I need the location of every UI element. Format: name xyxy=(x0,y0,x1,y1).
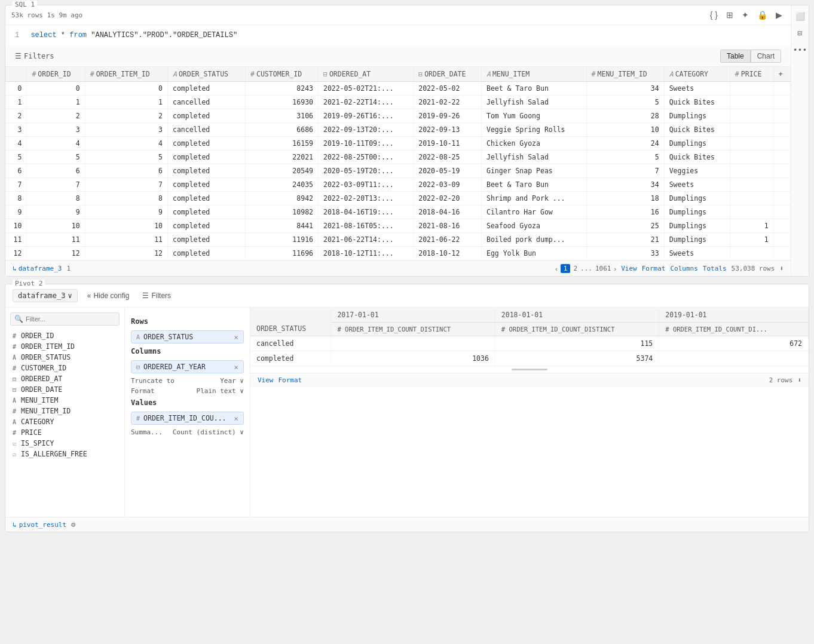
sql-line-num: 1 xyxy=(15,31,19,39)
values-field-tag: # ORDER_ITEM_ID_COU... × xyxy=(131,412,244,425)
right-panel: ⬜ ⊟ ••• xyxy=(791,5,809,276)
field-item[interactable]: #CUSTOMER_ID xyxy=(10,363,120,373)
table-row: 1 1 1 cancelled 16930 2021-02-22T14:... … xyxy=(5,96,791,109)
format-link[interactable]: Format xyxy=(642,265,666,272)
pivot-table-row: cancelled 115 672 xyxy=(250,336,809,351)
columns-field-type-icon: ⊟ xyxy=(136,364,140,370)
pivot-view-link[interactable]: View xyxy=(258,376,274,384)
filters-bar: ☰ Filters Table Chart xyxy=(5,46,791,67)
next-page-btn[interactable]: › xyxy=(614,265,616,272)
col-header-price[interactable]: PRICE xyxy=(730,67,773,82)
field-item[interactable]: #MENU_ITEM_ID xyxy=(10,406,120,416)
table-row: 11 11 11 completed 11916 2021-06-22T14:.… xyxy=(5,233,791,247)
pivot-result-footer: ↳ pivot_result ⚙ xyxy=(5,517,809,532)
col-header-menu-item[interactable]: MENU_ITEM xyxy=(481,67,586,82)
field-item[interactable]: AMENU_ITEM xyxy=(10,395,120,406)
pivot-result: ORDER_STATUS 2017-01-01 2018-01-01 2019-… xyxy=(250,308,809,517)
field-item[interactable]: ☑IS_SPICY xyxy=(10,438,120,449)
columns-link[interactable]: Columns xyxy=(670,265,697,272)
table-row: 10 10 10 completed 8441 2021-08-16T05:..… xyxy=(5,219,791,233)
table-row: 5 5 5 completed 22021 2022-08-25T00:... … xyxy=(5,151,791,164)
field-item[interactable]: ACATEGORY xyxy=(10,416,120,427)
field-filter-input[interactable] xyxy=(26,315,115,323)
panel-icon-1[interactable]: ⬜ xyxy=(794,10,806,22)
chart-toggle-btn[interactable]: Chart xyxy=(751,50,781,63)
values-title: Values xyxy=(131,398,244,407)
pivot-format-link[interactable]: Format xyxy=(279,376,302,384)
columns-title: Columns xyxy=(131,347,244,355)
format-row: Format Plain text ∨ xyxy=(131,387,244,395)
field-item[interactable]: #ORDER_ITEM_ID xyxy=(10,341,120,352)
table-row: 8 8 8 completed 8942 2022-02-20T13:... 2… xyxy=(5,192,791,206)
field-item[interactable]: ☑IS_ALLERGEN_FREE xyxy=(10,449,120,459)
table-row: 3 3 3 cancelled 6686 2022-09-13T20:... 2… xyxy=(5,123,791,137)
run-btn[interactable]: ▶ xyxy=(773,9,785,21)
page-actions: View Format Columns Totals 53,038 rows ⬇ xyxy=(621,265,784,272)
dataframe-link[interactable]: ↳ dataframe_3 xyxy=(13,265,62,272)
pivot-body: 🔍 #ORDER_ID#ORDER_ITEM_IDAORDER_STATUS#C… xyxy=(5,308,809,517)
table-row: 2 2 2 completed 3106 2019-09-26T16:... 2… xyxy=(5,109,791,123)
table-row: 6 6 6 completed 20549 2020-05-19T20:... … xyxy=(5,164,791,178)
truncate-row: Truncate to Year ∨ xyxy=(131,377,244,385)
pivot-settings-icon[interactable]: ⚙ xyxy=(71,520,75,529)
pivot-label: Pivot 2 xyxy=(13,280,45,287)
pivot-table-row: completed 1036 5374 xyxy=(250,351,809,366)
table-toggle-btn[interactable]: Table xyxy=(720,50,751,63)
pivot-sub-col-2017[interactable]: # ORDER_ITEM_ID_COUNT_DISTINCT xyxy=(331,323,495,336)
columns-field-remove[interactable]: × xyxy=(234,363,238,371)
pivot-sub-col-2018[interactable]: # ORDER_ITEM_ID_COUNT_DISTINCT xyxy=(495,323,659,336)
table-row: 7 7 7 completed 24035 2022-03-09T11:... … xyxy=(5,178,791,192)
hide-config-btn[interactable]: « Hide config xyxy=(84,290,133,302)
grid-btn[interactable]: ⊞ xyxy=(724,9,736,21)
rows-field-tag: A ORDER_STATUS × xyxy=(131,330,244,344)
config-area: Rows A ORDER_STATUS × Columns ⊟ ORDERED_… xyxy=(125,308,250,517)
truncate-select[interactable]: Year ∨ xyxy=(220,377,244,385)
format-select[interactable]: Plain text ∨ xyxy=(197,387,244,395)
pivot-filters-btn[interactable]: ☰ Filters xyxy=(139,290,175,302)
pivot-table: ORDER_STATUS 2017-01-01 2018-01-01 2019-… xyxy=(250,308,809,366)
col-header-order-status[interactable]: ORDER_STATUS xyxy=(167,67,245,82)
summary-select[interactable]: Count (distinct) ∨ xyxy=(173,428,244,436)
pivot-result-link[interactable]: ↳ pivot_result xyxy=(13,521,66,529)
col-header-order-id[interactable]: ORDER_ID xyxy=(27,67,85,82)
format-json-btn[interactable]: { } xyxy=(708,9,720,21)
values-field-type-icon: # xyxy=(136,415,140,422)
view-link[interactable]: View xyxy=(621,265,637,272)
current-page[interactable]: 1 xyxy=(561,264,571,273)
field-item[interactable]: ⊟ORDERED_AT xyxy=(10,373,120,384)
col-header-add[interactable]: + xyxy=(773,67,790,82)
sql-code-area: 1 select * from "ANALYTICS"."PROD"."ORDE… xyxy=(5,25,791,46)
pivot-toolbar: dataframe_3 ∨ « Hide config ☰ Filters xyxy=(5,284,809,308)
col-header-rownum xyxy=(5,67,27,82)
col-header-menu-item-id[interactable]: MENU_ITEM_ID xyxy=(586,67,664,82)
panel-icon-2[interactable]: ⊟ xyxy=(794,27,806,39)
field-filter-wrap: 🔍 xyxy=(10,312,120,326)
rows-field-remove[interactable]: × xyxy=(234,333,238,341)
field-item[interactable]: #PRICE xyxy=(10,427,120,438)
values-field-remove[interactable]: × xyxy=(234,415,238,422)
pivot-date-2017-header: 2017-01-01 xyxy=(331,308,495,323)
pivot-date-2019-header: 2019-01-01 xyxy=(659,308,809,323)
panel-icon-3[interactable]: ••• xyxy=(794,44,806,56)
fields-sidebar: 🔍 #ORDER_ID#ORDER_ITEM_IDAORDER_STATUS#C… xyxy=(5,308,125,517)
field-item[interactable]: AORDER_STATUS xyxy=(10,352,120,363)
col-header-order-item-id[interactable]: ORDER_ITEM_ID xyxy=(85,67,167,82)
totals-link[interactable]: Totals xyxy=(703,265,727,272)
field-item[interactable]: ⊟ORDER_DATE xyxy=(10,384,120,395)
col-header-customer-id[interactable]: CUSTOMER_ID xyxy=(246,67,319,82)
pivot-sub-col-2019[interactable]: # ORDER_ITEM_ID_COUNT_DI... xyxy=(659,323,809,336)
col-header-ordered-at[interactable]: ORDERED_AT xyxy=(318,67,413,82)
pivot-col-status[interactable]: ORDER_STATUS xyxy=(250,308,331,336)
col-header-order-date[interactable]: ORDER_DATE xyxy=(414,67,482,82)
lock-btn[interactable]: 🔒 xyxy=(755,9,770,21)
df-selector[interactable]: dataframe_3 ∨ xyxy=(13,289,78,302)
field-item[interactable]: #ORDER_ID xyxy=(10,330,120,341)
table-row: 9 9 9 completed 10982 2018-04-16T19:... … xyxy=(5,206,791,219)
table-row: 0 0 0 completed 8243 2022-05-02T21:... 2… xyxy=(5,82,791,96)
pivot-footer: View Format 2 rows ⬇ xyxy=(250,373,809,387)
sql-toolbar: 53k rows 1s 9m ago { } ⊞ ✦ 🔒 ▶ xyxy=(5,5,791,25)
prev-page-btn[interactable]: ‹ xyxy=(555,265,558,272)
table-row: 4 4 4 completed 16159 2019-10-11T09:... … xyxy=(5,137,791,151)
settings-btn[interactable]: ✦ xyxy=(739,9,751,21)
col-header-category[interactable]: CATEGORY xyxy=(664,67,730,82)
